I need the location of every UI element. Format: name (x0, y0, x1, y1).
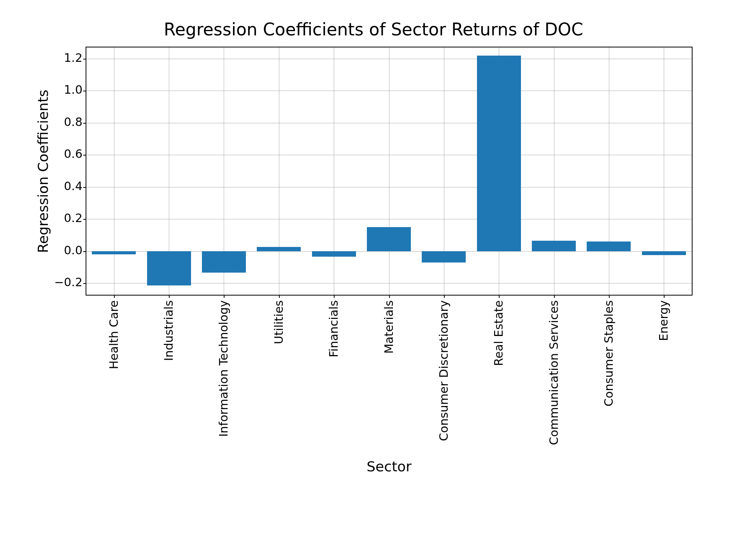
y-axis-label: Regression Coefficients (35, 89, 51, 253)
y-tick-label: 0.8 (36, 116, 82, 128)
gridline-v (389, 47, 389, 295)
y-tick-mark (83, 251, 86, 252)
gridline-v (114, 47, 114, 295)
bar (477, 56, 521, 251)
y-tick-label: 1.2 (36, 52, 82, 64)
x-tick-label: Communication Services (554, 228, 566, 373)
y-tick-label: −0.2 (36, 276, 82, 288)
x-tick-label: Consumer Discretionary (444, 230, 456, 371)
y-tick-label: 0.4 (36, 180, 82, 192)
bar (92, 251, 136, 254)
x-tick-label: Industrials (169, 270, 181, 331)
y-tick-mark (83, 91, 86, 91)
y-tick-label: 0.6 (36, 148, 82, 160)
x-tick-label: Utilities (279, 278, 291, 322)
x-tick-label: Materials (389, 273, 401, 327)
chart-container: Regression Coefficients of Sector Return… (31, 19, 716, 541)
x-tick-label: Energy (664, 280, 675, 320)
x-tick-label: Information Technology (224, 232, 235, 368)
bar (642, 251, 686, 255)
y-tick-label: 1.0 (36, 84, 82, 96)
x-tick-label: Health Care (114, 266, 126, 335)
y-tick-mark (83, 59, 86, 60)
bar (367, 227, 411, 251)
x-tick-label: Real Estate (499, 267, 510, 333)
y-tick-mark (83, 123, 86, 124)
y-tick-mark (83, 187, 86, 188)
y-tick-mark (83, 219, 86, 220)
bar (257, 247, 301, 251)
y-tick-mark (83, 283, 86, 284)
plot-area: Health CareIndustrialsInformation Techno… (86, 47, 693, 296)
gridline-v (664, 47, 664, 295)
x-axis-label: Sector (86, 458, 693, 474)
y-tick-mark (83, 155, 86, 156)
y-tick-label: 0.0 (36, 245, 82, 256)
bar (312, 251, 356, 257)
gridline-v (334, 47, 334, 295)
y-tick-label: 0.2 (36, 212, 82, 224)
gridline-v (279, 47, 279, 295)
x-tick-label: Financials (334, 272, 345, 329)
chart-title: Regression Coefficients of Sector Return… (31, 19, 716, 39)
x-tick-label: Consumer Staples (609, 247, 621, 353)
